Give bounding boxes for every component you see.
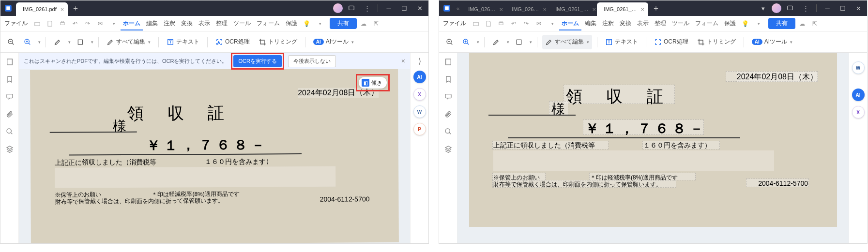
zoom-out-button[interactable] [4, 35, 18, 49]
cloud-icon[interactable]: ☁ [358, 18, 369, 30]
menu-form[interactable]: フォーム [693, 19, 721, 28]
save-icon[interactable] [483, 18, 494, 30]
search-icon[interactable] [4, 126, 15, 137]
collapse-right-icon[interactable]: ⟩ [418, 57, 421, 66]
open-icon[interactable] [31, 18, 43, 30]
mail-caret-icon[interactable]: ▾ [108, 18, 120, 30]
menu-annotate[interactable]: 注釈 [600, 19, 616, 28]
tab-close-icon[interactable]: × [543, 6, 547, 13]
mail-caret-icon[interactable]: ▾ [547, 18, 558, 30]
bulb-caret-icon[interactable]: ▾ [753, 18, 764, 30]
shape-button[interactable] [512, 35, 526, 49]
menu-form[interactable]: フォーム [254, 19, 282, 28]
menu-convert[interactable]: 変換 [179, 19, 195, 28]
zoom-in-button[interactable] [21, 35, 34, 49]
ocr-button[interactable]: OCR処理 [651, 35, 691, 49]
layers-icon[interactable] [443, 144, 454, 154]
document-tab-4-active[interactable]: IMG_0261_…× [597, 2, 648, 16]
undo-icon[interactable]: ↶ [508, 18, 519, 30]
tab-close-icon[interactable]: × [641, 6, 645, 13]
document-tab-2[interactable]: IMG_026…× [505, 2, 548, 16]
comment-icon[interactable] [783, 1, 797, 15]
bookmarks-icon[interactable] [4, 74, 15, 85]
bookmarks-icon[interactable] [443, 74, 454, 85]
cloud-icon[interactable]: ☁ [796, 18, 808, 30]
shape-caret-icon[interactable]: ▾ [530, 40, 532, 44]
menu-annotate[interactable]: 注釈 [161, 19, 178, 28]
redo-icon[interactable]: ↷ [520, 18, 532, 30]
edit-all-button[interactable]: すべて編集 ▾ [542, 35, 592, 49]
hl-caret-icon[interactable]: ▾ [507, 40, 509, 44]
ocr-run-button[interactable]: OCRを実行する [233, 55, 281, 67]
zoom-out-button[interactable] [443, 35, 457, 49]
menu-tools[interactable]: ツール [670, 19, 692, 28]
thumbnails-icon[interactable] [443, 57, 454, 67]
document-tab-3[interactable]: IMG_0261_…× [548, 2, 597, 16]
minimize-icon[interactable]: ─ [821, 1, 834, 15]
tabs-overflow-icon[interactable]: « [457, 5, 459, 11]
highlighter-button[interactable] [51, 35, 64, 49]
shape-caret-icon[interactable]: ▾ [91, 40, 93, 44]
menu-view[interactable]: 表示 [196, 19, 213, 28]
edit-all-button[interactable]: すべて編集 ▾ [104, 35, 153, 49]
redo-icon[interactable]: ↷ [82, 18, 93, 30]
ai-tools-button[interactable]: AI AIツール ▾ [310, 35, 357, 49]
search-icon[interactable] [443, 126, 454, 137]
tab-close-icon[interactable]: × [499, 6, 503, 13]
comments-icon[interactable] [443, 91, 454, 102]
more-icon[interactable]: ⋮ [799, 1, 812, 15]
menu-home[interactable]: ホーム [121, 19, 143, 30]
print-icon[interactable] [57, 18, 68, 30]
trim-button[interactable]: トリミング [694, 35, 739, 49]
close-window-icon[interactable]: ✕ [413, 1, 426, 15]
user-avatar[interactable] [333, 3, 343, 13]
hl-caret-icon[interactable]: ▾ [68, 40, 71, 44]
layers-icon[interactable] [4, 144, 15, 154]
print-icon[interactable] [495, 18, 507, 30]
file-menu[interactable]: ファイル [443, 19, 466, 28]
document-canvas[interactable]: 2024年02月08日（木） 領 収 証 様 ￥１，７６８－ 上記正に領収しまし… [457, 53, 849, 243]
save-icon[interactable] [44, 18, 56, 30]
app-logo-icon[interactable] [439, 0, 455, 16]
ai-tools-button[interactable]: AI AIツール ▾ [749, 35, 795, 49]
ppt-sidebar-button[interactable]: P [413, 123, 426, 135]
lightbulb-icon[interactable]: 💡 [301, 18, 312, 30]
word-sidebar-button[interactable]: W [413, 105, 426, 118]
ai-sidebar-button[interactable]: AI [852, 89, 865, 101]
shape-button[interactable] [74, 35, 87, 49]
excel-sidebar-button[interactable]: X [413, 88, 426, 101]
excel-sidebar-button[interactable]: X [852, 106, 865, 119]
more-icon[interactable]: ⋮ [360, 1, 374, 15]
document-canvas[interactable]: これはスキャンされたPDFです。編集や検索を行うには、OCRを実行してください。… [19, 53, 410, 243]
zoom-caret-icon[interactable]: ▾ [38, 40, 41, 44]
menu-organize[interactable]: 整理 [213, 19, 230, 28]
user-avatar[interactable] [772, 3, 781, 13]
zoom-caret-icon[interactable]: ▾ [477, 40, 479, 44]
text-button[interactable]: テキスト [164, 35, 202, 49]
attachments-icon[interactable] [443, 109, 454, 119]
menu-view[interactable]: 表示 [635, 19, 651, 28]
undo-icon[interactable]: ↶ [69, 18, 81, 30]
share-button[interactable]: 共有 [768, 18, 795, 29]
expand-icon[interactable]: ⇱ [809, 18, 821, 30]
text-button[interactable]: テキスト [602, 35, 641, 49]
menu-convert[interactable]: 変換 [617, 19, 634, 28]
ocr-button[interactable]: A OCR処理 [213, 35, 253, 49]
mail-icon[interactable]: ✉ [533, 18, 545, 30]
tab-close-icon[interactable]: × [61, 6, 64, 13]
comments-icon[interactable] [4, 91, 15, 102]
menu-edit[interactable]: 編集 [582, 19, 599, 28]
bulb-caret-icon[interactable]: ▾ [314, 18, 326, 30]
app-logo-icon[interactable] [0, 0, 16, 16]
menu-organize[interactable]: 整理 [652, 19, 669, 28]
close-window-icon[interactable]: ✕ [852, 1, 865, 15]
document-tab-1[interactable]: IMG_026…× [461, 2, 505, 16]
new-tab-button[interactable]: ＋ [72, 3, 79, 14]
menu-tools[interactable]: ツール [231, 19, 253, 28]
minimize-icon[interactable]: ─ [382, 1, 396, 15]
new-tab-button[interactable]: ＋ [652, 3, 660, 14]
zoom-in-button[interactable] [459, 35, 473, 49]
maximize-icon[interactable]: ☐ [397, 1, 411, 15]
word-sidebar-button[interactable]: W [852, 61, 865, 74]
document-tab[interactable]: IMG_0261.pdf × [16, 2, 68, 16]
